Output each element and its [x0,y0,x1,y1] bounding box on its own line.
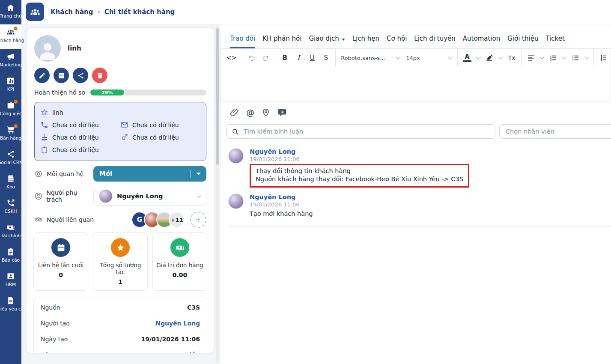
comment-item: Nguyên Long 19/01/2026 11:06 Thay đổi th… [221,139,611,188]
notification-dot [14,100,18,104]
attach-file-button[interactable] [230,108,239,117]
line-height-icon [599,54,607,62]
customer-avatar[interactable] [34,35,61,62]
tab-lich-hen[interactable]: Lịch hẹn [352,35,379,48]
sidebar-item-reports[interactable]: Báo cáo [0,244,21,269]
schedule-button[interactable] [54,68,69,83]
detail-row-creator: Người tạo Nguyên Long [41,315,200,331]
align-button[interactable] [527,54,535,62]
sidebar-item-social-crm[interactable]: Social CRM [0,146,21,171]
activity-tabs: Trao đổi KH phản hồi Giao dịch Lịch hẹn … [221,24,611,48]
delete-button[interactable] [92,68,107,83]
line-height-button[interactable] [599,54,608,62]
tab-kh-phan-hoi[interactable]: KH phản hồi [262,35,301,48]
add-related-person-button[interactable] [190,212,206,228]
employee-filter-input[interactable] [505,128,611,135]
activity-panel: Trao đổi KH phản hồi Giao dịch Lịch hẹn … [221,24,611,364]
tab-gioi-thieu[interactable]: Giới thiệu [507,35,538,48]
ordered-list-icon [549,54,557,62]
tab-trao-doi[interactable]: Trao đổi [230,35,255,48]
share-button[interactable] [73,68,88,83]
relationship-select[interactable]: Mới [93,166,206,182]
sidebar-item-finance[interactable]: Tài chính [0,220,21,244]
sidebar-item-sales[interactable]: Bán hàng [0,122,21,146]
detail-value: C3S [187,304,200,311]
tab-automation[interactable]: Automation [463,35,500,48]
clear-format-button[interactable]: Tx [507,54,516,61]
comment-author[interactable]: Nguyên Long [250,194,313,200]
location-button[interactable] [261,108,271,117]
chevron-down-icon [476,54,480,59]
comment-divider [226,226,611,227]
sidebar-item-tasks[interactable]: Công việc [0,98,21,122]
add-comment-button[interactable] [277,108,287,117]
edit-button[interactable] [34,68,50,83]
bullet-list-button[interactable] [571,54,580,62]
sidebar-item-marketing[interactable]: Marketing [0,49,21,73]
clipboard-icon [40,146,48,154]
notification-dot [14,27,18,30]
stat-label: Liên hệ lần cuối [36,262,86,269]
profile-actions [27,63,214,84]
editor-attach-row: @ [221,101,611,118]
comment-text: Thay đổi thông tin khách hàng [256,167,463,175]
ordered-list-button[interactable] [549,54,557,62]
contact-email: Chưa có dữ liệu [132,122,179,128]
chevron-down-icon [191,173,206,175]
contact-name-row: linh [40,106,200,119]
search-icon [232,128,239,135]
code-view-button[interactable]: <> [226,54,237,62]
related-avatar-more[interactable]: +11 [169,212,185,228]
font-size-select[interactable]: 14px [406,55,452,61]
detail-row-purchases: Đã mua 0 lần [41,347,200,353]
underline-button[interactable]: U [308,54,316,62]
detail-value-link[interactable]: Nguyên Long [155,320,200,327]
tab-co-hoi[interactable]: Cơ hội [387,35,407,48]
bold-button[interactable]: B [280,54,289,62]
sidebar-item-label: Marketing [0,62,29,67]
breadcrumb-section[interactable]: Khách hàng [51,8,93,16]
topbar: Khách hàng › Chi tiết khách hàng [21,0,611,24]
detail-row-created-date: Ngày tạo 19/01/2026 11:06 [41,331,200,347]
chevron-down-icon [539,54,544,59]
italic-button[interactable]: I [294,54,303,62]
tab-ticket[interactable]: Ticket [545,35,564,48]
highlight-button[interactable] [485,54,494,62]
detail-value-link[interactable]: 0 lần [183,352,200,353]
assignee-row: Người phụ trách Nguyên Long [34,187,206,206]
sidebar-item-request-ticket[interactable]: Phiếu yêu cầu [0,293,21,317]
font-family-select[interactable]: Roboto,sans-s... [341,55,400,61]
sidebar-item-cskh[interactable]: CSKH [0,195,21,220]
sidebar-item-warehouse[interactable]: Kho [0,171,21,195]
comment-search-box [226,124,495,139]
detail-label: Nguồn [41,304,60,311]
relationship-label-group: Mối quan hệ [34,170,93,178]
strikethrough-button[interactable]: S [322,54,330,62]
comment-editor-area[interactable] [221,67,611,101]
paperclip-icon [230,108,239,117]
sidebar-item-kpi[interactable]: KPI [0,73,21,98]
stat-total-interactions: Tổng số tương tác 1 [93,232,148,291]
profile-header: linh [27,28,214,63]
sidebar-item-customers[interactable]: Khách hàng [0,24,21,49]
comment-search-input[interactable] [243,128,490,135]
tab-giao-dich[interactable]: Giao dịch [309,35,345,48]
comment-avatar [228,194,244,209]
comment-plus-icon [277,108,287,117]
text-color-button[interactable]: A [463,54,471,62]
tab-lich-di-tuyen[interactable]: Lịch đi tuyến [414,35,456,48]
comment-author[interactable]: Nguyên Long [250,148,469,155]
sidebar-item-hrm[interactable]: HRM [0,269,21,293]
scrollbar-thumb[interactable] [216,28,219,164]
sidebar-item-label: Tài chính [0,233,29,238]
id-badge-icon [6,272,15,280]
undo-button[interactable] [247,54,256,62]
employee-filter-box [499,124,611,139]
assignee-select[interactable]: Nguyên Long [93,187,206,206]
stat-value: 1 [95,278,146,285]
stat-label: Tổng số tương tác [95,262,146,275]
mention-button[interactable]: @ [246,108,254,117]
sidebar-item-home[interactable]: Trang chủ [0,0,21,24]
redo-button[interactable] [261,54,270,62]
assignee-label-group: Người phụ trách [34,189,93,203]
